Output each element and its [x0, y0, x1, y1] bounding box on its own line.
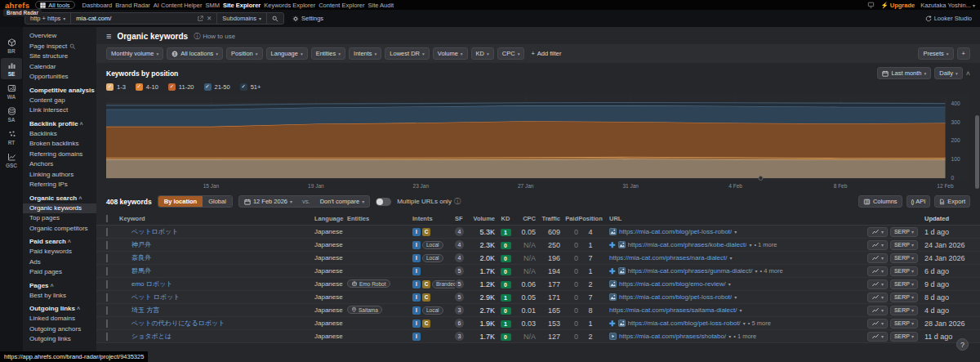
sidebar-item-organic-keywords[interactable]: Organic keywords	[23, 203, 96, 214]
target-domain-input[interactable]: mia-cat.com/ ✕	[71, 13, 216, 24]
checkbox[interactable]	[106, 254, 108, 262]
volume-value[interactable]: 1.9K	[479, 320, 495, 328]
column-header-paid[interactable]: Paid	[560, 215, 578, 222]
rail-item-wa[interactable]: WA	[1, 81, 22, 102]
keyword-link[interactable]: 埼玉 方言	[131, 306, 314, 315]
monitor-icon[interactable]	[867, 2, 875, 8]
rail-item-br[interactable]: BR	[1, 35, 22, 56]
nav-item-ai-content-helper[interactable]: AI Content Helper	[152, 2, 204, 9]
nav-item-content-explorer[interactable]: Content Explorer	[317, 2, 366, 9]
sidebar-section-header[interactable]: Backlink profile ˄	[23, 116, 96, 129]
keyword-link[interactable]: 群馬弁	[131, 266, 314, 275]
url-link[interactable]: https://mia-cat.com/blog/pet-loss-robot/	[619, 228, 732, 235]
sidebar-item-ads[interactable]: Ads	[23, 257, 96, 268]
sf-badge[interactable]: 3	[455, 306, 464, 315]
nav-item-smm[interactable]: SMM	[203, 2, 221, 9]
checkbox[interactable]	[106, 333, 108, 341]
column-header-updated[interactable]: Updated	[918, 215, 970, 222]
looker-studio-button[interactable]: Looker Studio	[925, 15, 972, 22]
chevron-down-icon[interactable]: ▾	[730, 255, 733, 261]
presets-button[interactable]: Presets▾	[918, 47, 953, 60]
sidebar-item-top-pages[interactable]: Top pages	[23, 213, 96, 224]
url-link[interactable]: https://mia-cat.com/phrases/gunma-dialec…	[628, 267, 753, 275]
checkbox[interactable]	[106, 267, 108, 275]
volume-value[interactable]: 1.7K	[479, 333, 495, 341]
sidebar-item-referring-domains[interactable]: Referring domains	[23, 150, 96, 160]
volume-value[interactable]: 2.9K	[479, 293, 495, 302]
filter-position[interactable]: Position▾	[226, 47, 262, 60]
column-header-traffic[interactable]: Traffic	[536, 215, 560, 222]
ai-overview-plus-icon[interactable]: ✚	[609, 241, 616, 249]
table-button-columns[interactable]: Columns	[858, 195, 902, 208]
volume-value[interactable]: 1.7K	[479, 267, 495, 275]
rail-item-gsc[interactable]: GSC	[1, 150, 22, 171]
sidebar-item-broken-backlinks[interactable]: Broken backlinks	[23, 139, 96, 150]
filter-entities[interactable]: Entities▾	[311, 47, 345, 60]
scope-by-location[interactable]: By location	[158, 196, 203, 207]
vertical-scrollbar[interactable]	[975, 115, 979, 189]
nav-item-site-audit[interactable]: Site Audit	[366, 2, 395, 9]
serp-button[interactable]: SERP▾	[890, 279, 918, 289]
volume-value[interactable]: 1.2K	[479, 280, 495, 288]
filter-volume[interactable]: Volume▾	[433, 47, 468, 60]
sidebar-item-linking-authors[interactable]: Linking authors	[23, 170, 96, 181]
compare-select[interactable]: Don't compare▾	[315, 196, 370, 207]
position-history-button[interactable]: ▾	[867, 253, 888, 263]
table-button-export[interactable]: Export	[934, 195, 970, 208]
position-history-button[interactable]: ▾	[867, 279, 888, 289]
serp-button[interactable]: SERP▾	[890, 266, 918, 276]
keyword-link[interactable]: ペットの代わりになるロボット	[131, 319, 314, 328]
filter-intents[interactable]: Intents▾	[349, 47, 381, 60]
column-header-intents[interactable]: Intents	[412, 215, 455, 222]
legend-checkbox[interactable]: ✓	[106, 83, 114, 91]
sf-badge[interactable]: 5	[455, 266, 464, 275]
legend-checkbox[interactable]: ✓	[240, 83, 247, 91]
entity-badge[interactable]: Emo Robot	[347, 279, 390, 288]
sidebar-item-opportunities[interactable]: Opportunities	[23, 72, 96, 83]
sidebar-item-best-by-links[interactable]: Best by links	[23, 291, 96, 302]
menu-icon[interactable]: ≡	[106, 31, 111, 41]
sidebar-item-page-inspect[interactable]: Page inspect	[23, 42, 96, 52]
sidebar-item-organic-competitors[interactable]: Organic competitors	[23, 224, 96, 235]
checkbox[interactable]	[106, 280, 108, 288]
help-button[interactable]: ?	[956, 338, 969, 351]
url-link[interactable]: https://mia-cat.com/blog/pet-loss-robot/	[628, 320, 741, 327]
date-range-select[interactable]: Last month▾	[877, 67, 931, 79]
url-link[interactable]: https://mia-cat.com/phrases/shotabo/	[619, 333, 726, 340]
sidebar-item-linked-domains[interactable]: Linked domains	[23, 314, 96, 324]
sidebar-item-referring-ips[interactable]: Referring IPs	[23, 180, 96, 190]
new-preset-button[interactable]: +	[957, 47, 970, 60]
sf-badge[interactable]: 6	[455, 319, 464, 328]
url-link[interactable]: https://mia-cat.com/phrases/kobe-dialect…	[628, 241, 747, 248]
position-history-button[interactable]: ▾	[867, 227, 888, 237]
legend-checkbox[interactable]: ✓	[136, 83, 143, 91]
add-filter-button[interactable]: +Add filter	[528, 48, 564, 59]
sidebar-section-header[interactable]: Paid search ˄	[23, 234, 96, 247]
upgrade-button[interactable]: ⚡Upgrade	[880, 2, 915, 9]
keyword-link[interactable]: 神戸弁	[131, 240, 314, 249]
serp-button[interactable]: SERP▾	[890, 319, 918, 328]
chevron-down-icon[interactable]: ▾	[734, 229, 737, 235]
legend-checkbox[interactable]: ✓	[204, 83, 212, 91]
keyword-link[interactable]: ペットロボット	[131, 227, 314, 236]
volume-value[interactable]: 2.0K	[479, 254, 495, 262]
legend-item-51+[interactable]: ✓51+	[240, 83, 261, 91]
keyword-link[interactable]: ペット ロボット	[131, 293, 314, 302]
checkbox[interactable]	[106, 215, 108, 222]
position-history-button[interactable]: ▾	[867, 293, 888, 302]
ai-overview-plus-icon[interactable]: ✚	[609, 320, 616, 328]
more-urls-link[interactable]: • 1 more	[733, 333, 756, 340]
nav-item-brand-radar[interactable]: Brand Radar	[114, 2, 152, 9]
sidebar-item-outgoing-links[interactable]: Outgoing links	[23, 334, 96, 345]
chevron-down-icon[interactable]: ▾	[740, 307, 742, 313]
sf-badge[interactable]: 5	[455, 279, 464, 288]
column-header-keyword[interactable]: Keyword	[119, 215, 314, 222]
checkbox[interactable]	[106, 306, 108, 315]
keyword-link[interactable]: ショタボとは	[131, 332, 314, 341]
chevron-down-icon[interactable]: ▾	[734, 294, 737, 300]
nav-item-keywords-explorer[interactable]: Keywords Explorer	[262, 2, 317, 9]
volume-value[interactable]: 5.3K	[479, 228, 495, 236]
granularity-select[interactable]: Daily▾	[934, 67, 962, 79]
keyword-link[interactable]: 奈良弁	[131, 253, 314, 262]
url-link[interactable]: https://mia-cat.com/blog/pet-loss-robot/	[619, 293, 732, 301]
